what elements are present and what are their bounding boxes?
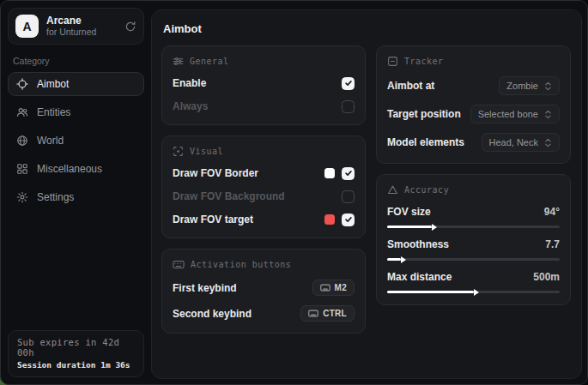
crosshair-icon: [16, 78, 28, 90]
setting-row-fov-target: Draw FOV target: [173, 213, 355, 226]
sidebar: A Arcane for Unturned Category Aimbot: [1, 1, 151, 384]
keybind-value: M2: [335, 283, 348, 292]
sidebar-item-label: Entities: [37, 106, 70, 118]
color-swatch-white[interactable]: [324, 168, 335, 178]
section-header: General: [190, 57, 229, 66]
activation-card: Activation buttons First keybind M2 Seco…: [161, 249, 366, 334]
always-checkbox[interactable]: [342, 100, 355, 113]
section-header: Visual: [190, 147, 223, 156]
grid-icon: [16, 163, 28, 175]
slider-value: 500m: [533, 271, 560, 283]
sidebar-item-label: World: [37, 135, 64, 147]
setting-row-always: Always: [173, 99, 355, 113]
fov-background-checkbox[interactable]: [342, 190, 355, 203]
fov-border-checkbox[interactable]: [342, 167, 355, 180]
sidebar-item-label: Settings: [37, 191, 74, 203]
target-position-dropdown[interactable]: Selected bone: [470, 105, 560, 123]
category-label: Category: [13, 56, 144, 66]
slider-fill[interactable]: [387, 258, 401, 261]
refresh-icon[interactable]: [124, 21, 136, 33]
visual-card: Visual Draw FOV Border Draw FOV Backgrou…: [161, 135, 366, 238]
sidebar-item-miscellaneous[interactable]: Miscellaneous: [8, 157, 144, 181]
tracker-icon: [387, 56, 398, 67]
fov-target-checkbox[interactable]: [342, 214, 355, 226]
keyboard-icon: [308, 309, 318, 318]
app-subtitle: for Unturned: [46, 27, 117, 38]
setting-label: First keybind: [173, 282, 237, 294]
slider-fill[interactable]: [387, 226, 432, 228]
setting-label: FOV size: [387, 206, 431, 218]
model-elements-dropdown[interactable]: Head, Neck: [482, 133, 560, 152]
sidebar-nav: Aimbot Entities World: [8, 72, 144, 209]
smoothness-slider[interactable]: [387, 258, 560, 261]
entities-icon: [16, 106, 28, 118]
cheat-menu-window: A Arcane for Unturned Category Aimbot: [0, 0, 588, 385]
setting-label: Draw FOV Background: [173, 190, 285, 202]
dropdown-value: Head, Neck: [489, 137, 538, 147]
slider-value: 94°: [544, 206, 560, 218]
setting-row-fov-background: Draw FOV Background: [173, 189, 355, 203]
chevron-up-down-icon: [544, 81, 552, 91]
setting-label: Target position: [387, 108, 461, 120]
slider-group-fov-size: FOV size 94°: [387, 206, 560, 228]
setting-label: Enable: [173, 77, 206, 89]
first-keybind-button[interactable]: M2: [312, 280, 355, 296]
fov-size-slider[interactable]: [387, 226, 560, 228]
setting-label: Draw FOV Border: [173, 167, 258, 179]
sidebar-item-world[interactable]: World: [8, 129, 144, 153]
chevron-up-down-icon: [544, 110, 552, 119]
slider-value: 7.7: [545, 238, 560, 250]
sidebar-item-aimbot[interactable]: Aimbot: [8, 72, 144, 96]
setting-label: Always: [173, 100, 208, 112]
keyboard-icon: [173, 259, 185, 270]
setting-row-second-keybind: Second keybind CTRL: [173, 305, 355, 322]
app-header: A Arcane for Unturned: [8, 8, 144, 45]
enable-checkbox[interactable]: [342, 77, 355, 90]
second-keybind-button[interactable]: CTRL: [300, 305, 355, 322]
main-panel: Aimbot General: [151, 9, 582, 379]
color-swatch-red[interactable]: [324, 214, 335, 225]
max-distance-slider[interactable]: [387, 291, 560, 293]
accuracy-card: Accuracy FOV size 94° Smoothness: [376, 174, 571, 305]
globe-icon: [16, 135, 28, 147]
setting-row-target-position: Target position Selected bone: [387, 105, 560, 123]
aimbot-at-dropdown[interactable]: Zombie: [499, 76, 560, 95]
setting-label: Aimbot at: [387, 80, 434, 92]
app-logo: A: [15, 15, 39, 38]
setting-row-enable: Enable: [173, 76, 355, 90]
slider-group-max-distance: Max distance 500m: [387, 271, 560, 293]
setting-row-fov-border: Draw FOV Border: [173, 166, 355, 180]
tracker-card: Tracker Aimbot at Zombie Target position: [376, 45, 571, 164]
gear-icon: [16, 191, 28, 203]
page-title: Aimbot: [163, 22, 571, 35]
app-name: Arcane: [46, 15, 117, 27]
setting-label: Second keybind: [173, 308, 252, 320]
setting-label: Model elements: [387, 136, 464, 148]
setting-row-aimbot-at: Aimbot at Zombie: [387, 76, 560, 95]
sidebar-item-settings[interactable]: Settings: [8, 185, 144, 209]
sidebar-item-entities[interactable]: Entities: [8, 100, 144, 124]
setting-label: Smoothness: [387, 238, 449, 250]
accuracy-icon: [387, 184, 398, 196]
sidebar-item-label: Aimbot: [37, 78, 69, 90]
sub-expiry-text: Sub expires in 42d 00h: [17, 337, 135, 358]
chevron-up-down-icon: [544, 138, 552, 147]
setting-row-first-keybind: First keybind M2: [173, 280, 355, 296]
dropdown-value: Zombie: [506, 81, 538, 91]
subscription-info: Sub expires in 42d 00h Session duration …: [8, 330, 144, 377]
setting-row-model-elements: Model elements Head, Neck: [387, 133, 560, 152]
section-header: Accuracy: [404, 185, 449, 195]
sidebar-item-label: Miscellaneous: [37, 163, 102, 175]
dropdown-value: Selected bone: [478, 109, 538, 119]
keybind-value: CTRL: [323, 309, 347, 318]
visual-icon: [173, 146, 184, 157]
slider-group-smoothness: Smoothness 7.7: [387, 238, 560, 261]
section-header: Tracker: [404, 57, 444, 66]
sliders-icon: [173, 56, 184, 67]
app-brand: Arcane for Unturned: [46, 15, 117, 38]
session-duration-text: Session duration 1m 36s: [17, 360, 135, 370]
setting-label: Draw FOV target: [173, 214, 253, 226]
section-header: Activation buttons: [191, 260, 291, 269]
setting-label: Max distance: [387, 271, 452, 283]
slider-fill[interactable]: [387, 291, 474, 293]
